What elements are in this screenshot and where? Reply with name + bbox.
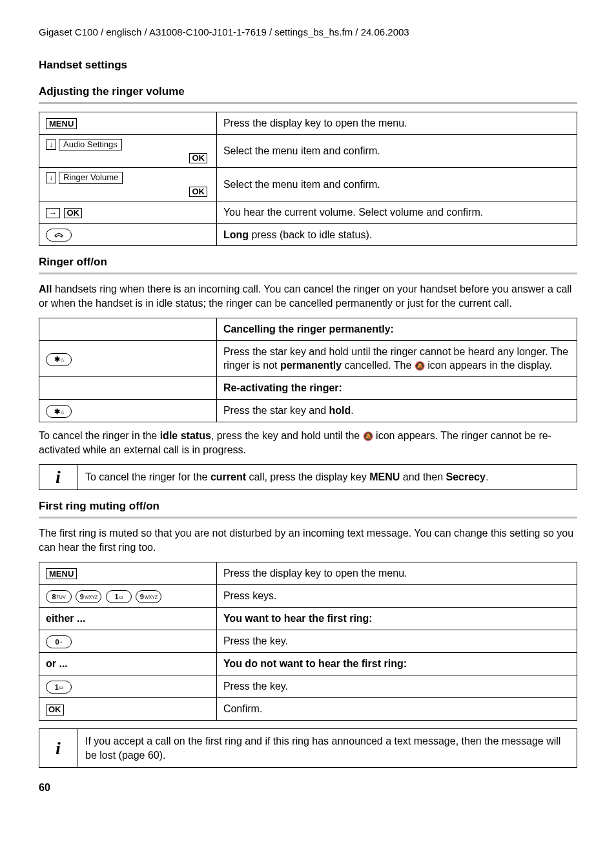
divider bbox=[39, 273, 577, 274]
table-row: OK Confirm. bbox=[39, 698, 577, 721]
paragraph: To cancel the ringer in the idle status,… bbox=[39, 429, 577, 457]
info-icon: i bbox=[39, 729, 77, 767]
hangup-key-icon bbox=[46, 229, 72, 242]
table-row: 8TUV 9WXYZ 1ω 9WXYZ Press keys. bbox=[39, 584, 577, 608]
table-row: Long press (back to idle status). bbox=[39, 223, 577, 246]
table-ringer-onoff: Cancelling the ringer permanently: ✱△ Pr… bbox=[39, 318, 577, 422]
subsection-first-ring: First ring muting off/on bbox=[39, 499, 577, 514]
bell-off-icon: 🔕 bbox=[415, 360, 425, 372]
bell-off-icon: 🔕 bbox=[363, 431, 373, 442]
info-icon: i bbox=[39, 465, 77, 489]
menu-item-ringer: Ringer Volume bbox=[59, 172, 123, 183]
table-row: Re-activating the ringer: bbox=[39, 377, 577, 400]
key-1: 1ω bbox=[106, 590, 132, 603]
table-row: MENU Press the display key to open the m… bbox=[39, 112, 577, 135]
table-first-ring: MENU Press the display key to open the m… bbox=[39, 562, 577, 721]
ok-key: OK bbox=[64, 208, 82, 218]
table-row: or ... You do not want to hear the first… bbox=[39, 653, 577, 675]
table-row: Cancelling the ringer permanently: bbox=[39, 318, 577, 341]
info-box: i If you accept a call on the first ring… bbox=[39, 728, 577, 768]
menu-key: MENU bbox=[46, 568, 77, 579]
ok-key: OK bbox=[189, 153, 207, 163]
menu-item-audio: Audio Settings bbox=[59, 139, 122, 150]
divider bbox=[39, 517, 577, 519]
key-1: 1ω bbox=[46, 681, 72, 694]
table-row: MENU Press the display key to open the m… bbox=[39, 562, 577, 585]
menu-key: MENU bbox=[46, 118, 77, 129]
table-row: 1ω Press the key. bbox=[39, 675, 577, 698]
page-number: 60 bbox=[39, 781, 577, 795]
section-title: Handset settings bbox=[39, 58, 577, 73]
star-key-icon: ✱△ bbox=[46, 405, 72, 418]
table-row: ↓ Audio Settings OK Select the menu item… bbox=[39, 134, 577, 168]
ok-key: OK bbox=[46, 705, 64, 715]
table-row: ✱△ Press the star key and hold. bbox=[39, 399, 577, 422]
paragraph: All handsets ring when there is an incom… bbox=[39, 282, 577, 310]
divider bbox=[39, 102, 577, 104]
info-box: i To cancel the ringer for the current c… bbox=[39, 464, 577, 490]
doc-header: Gigaset C100 / englisch / A31008-C100-J1… bbox=[39, 26, 577, 39]
paragraph: The first ring is muted so that you are … bbox=[39, 526, 577, 554]
table-row: ↓ Ringer Volume OK Select the menu item … bbox=[39, 168, 577, 201]
table-row: 0+ Press the key. bbox=[39, 630, 577, 653]
key-9: 9WXYZ bbox=[136, 590, 161, 603]
key-0: 0+ bbox=[46, 635, 72, 648]
table-row: ✱△ Press the star key and hold until the… bbox=[39, 340, 577, 376]
key-9: 9WXYZ bbox=[76, 590, 101, 603]
table-row: either ... You want to hear the first ri… bbox=[39, 608, 577, 630]
down-arrow-icon: ↓ bbox=[46, 172, 56, 183]
table-row: → OK You hear the current volume. Select… bbox=[39, 201, 577, 223]
key-8: 8TUV bbox=[46, 590, 72, 603]
table-ringer-volume: MENU Press the display key to open the m… bbox=[39, 112, 577, 246]
star-key-icon: ✱△ bbox=[46, 353, 72, 366]
right-arrow-icon: → bbox=[46, 208, 60, 218]
ok-key: OK bbox=[189, 187, 207, 197]
subsection-ringer-volume: Adjusting the ringer volume bbox=[39, 85, 577, 99]
down-arrow-icon: ↓ bbox=[46, 139, 56, 150]
subsection-ringer-onoff: Ringer off/on bbox=[39, 255, 577, 270]
